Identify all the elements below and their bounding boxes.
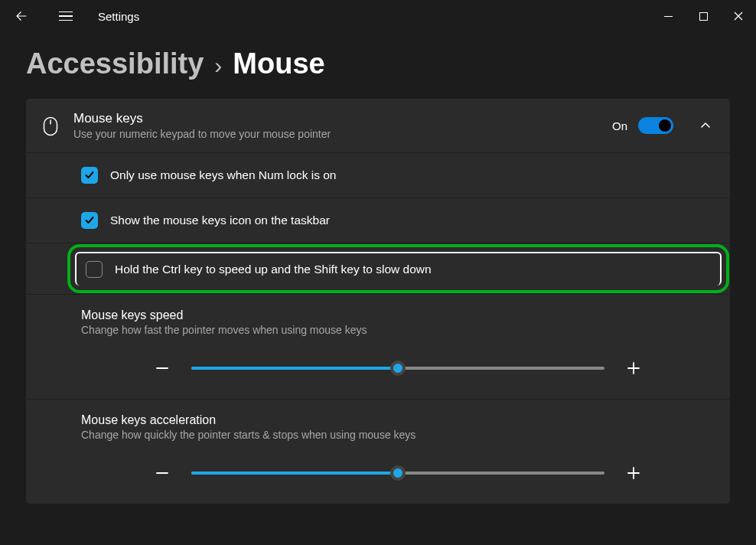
mouse-keys-title: Mouse keys [73,111,598,126]
titlebar: Settings [0,0,756,32]
speed-subtitle: Change how fast the pointer moves when u… [81,324,715,336]
mouse-keys-toggle-wrap: On [612,117,673,134]
toggle-label: On [612,119,627,132]
maximize-button[interactable] [686,4,721,28]
speed-slider-fill [191,367,398,370]
mouse-keys-card: Mouse keys Use your numeric keypad to mo… [26,99,730,504]
mouse-icon [41,117,60,135]
speed-slider-row [81,356,715,380]
breadcrumb-current: Mouse [233,47,324,80]
speed-slider-thumb[interactable] [390,361,406,376]
option-numlock-label: Only use mouse keys when Num lock is on [110,168,336,182]
acceleration-title: Mouse keys acceleration [81,413,715,427]
acceleration-subtitle: Change how quickly the pointer starts & … [81,429,715,441]
acceleration-slider[interactable] [191,472,604,475]
acceleration-section: Mouse keys acceleration Change how quick… [26,400,730,504]
window-controls [650,4,756,28]
option-taskbar-icon[interactable]: Show the mouse keys icon on the taskbar [26,198,730,243]
toggle-knob [659,119,671,132]
speed-section: Mouse keys speed Change how fast the poi… [26,294,730,400]
option-ctrl-shift[interactable]: Hold the Ctrl key to speed up and the Sh… [75,252,722,286]
back-button[interactable] [6,1,37,31]
close-button[interactable] [721,4,756,28]
check-icon [84,170,95,181]
checkbox-numlock[interactable] [81,167,98,184]
acceleration-slider-row [81,461,715,485]
menu-button[interactable] [51,1,81,31]
option-numlock[interactable]: Only use mouse keys when Num lock is on [26,153,730,198]
acceleration-increase-button[interactable] [621,461,646,485]
breadcrumb-parent[interactable]: Accessibility [26,47,204,80]
speed-decrease-button[interactable] [150,356,174,380]
acceleration-decrease-button[interactable] [150,461,174,485]
minimize-icon [664,12,673,21]
chevron-right-icon: › [214,53,222,79]
mouse-keys-header[interactable]: Mouse keys Use your numeric keypad to mo… [26,99,730,153]
plus-icon [627,466,640,480]
maximize-icon [699,12,708,21]
svg-rect-1 [699,12,707,20]
minus-icon [155,466,169,480]
plus-icon [627,361,640,375]
minus-icon [155,361,169,375]
arrow-left-icon [15,9,28,23]
acceleration-slider-fill [191,472,398,475]
mouse-keys-toggle[interactable] [638,117,673,134]
collapse-button[interactable] [696,116,715,135]
close-icon [734,11,743,21]
checkbox-ctrl-shift[interactable] [86,261,103,278]
mouse-keys-subtitle: Use your numeric keypad to move your mou… [73,128,598,140]
breadcrumb: Accessibility › Mouse [0,32,756,99]
option-taskbar-icon-label: Show the mouse keys icon on the taskbar [110,214,330,227]
mouse-keys-title-block: Mouse keys Use your numeric keypad to mo… [73,111,598,140]
titlebar-left: Settings [6,1,139,31]
acceleration-slider-thumb[interactable] [390,465,406,481]
app-title: Settings [98,10,139,23]
minimize-button[interactable] [650,4,686,28]
option-ctrl-shift-label: Hold the Ctrl key to speed up and the Sh… [115,263,432,276]
speed-increase-button[interactable] [621,356,646,380]
speed-title: Mouse keys speed [81,308,715,322]
chevron-up-icon [700,120,711,131]
speed-slider[interactable] [191,367,604,370]
check-icon [84,215,95,226]
checkbox-taskbar-icon[interactable] [81,212,98,229]
